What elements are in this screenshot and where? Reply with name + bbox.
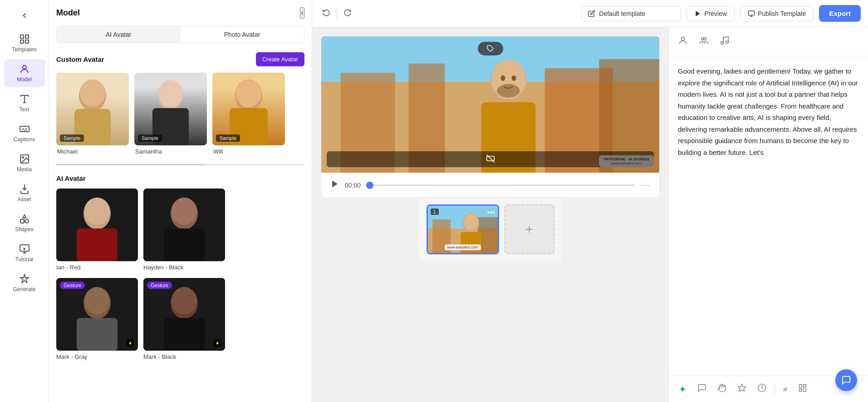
script-content[interactable]: Good evening, ladies and gentlemen! Toda…: [669, 56, 868, 376]
preview-button[interactable]: Preview: [687, 6, 735, 21]
svg-point-62: [701, 38, 704, 40]
redo-button[interactable]: [341, 6, 354, 21]
hand-tool-button[interactable]: [715, 381, 729, 397]
tab-photo-avatar[interactable]: Photo Avatar: [181, 26, 304, 43]
diamond-badge-mark-black: ♦: [213, 339, 221, 347]
create-avatar-button[interactable]: Create Avatar: [256, 52, 304, 66]
sidebar-label-text: Text: [19, 106, 29, 113]
undo-redo-group: [319, 6, 354, 21]
ai-avatar-card-ian-red[interactable]: Ian - Red: [56, 189, 138, 271]
custom-avatar-grid: Sample Michael Sample Samantha: [56, 73, 304, 155]
script-group-icon-btn[interactable]: [697, 34, 711, 50]
script-music-icon-btn[interactable]: [718, 34, 731, 50]
svg-rect-37: [748, 11, 754, 15]
sidebar-label-tutorial: Tutorial: [15, 256, 34, 263]
avatar-card-will[interactable]: Sample Will: [212, 73, 285, 155]
svg-rect-8: [20, 219, 24, 223]
no-caption-button[interactable]: [327, 151, 654, 167]
undo-button[interactable]: [319, 6, 333, 21]
ai-avatar-card-mark-black[interactable]: Gesture ♦ Mark - Black: [143, 278, 225, 360]
panel-close-button[interactable]: ‹: [300, 7, 304, 19]
chat-support-button[interactable]: [835, 369, 857, 391]
text-style-button[interactable]: æ: [780, 383, 790, 396]
ai-avatar-name-ian-red: Ian - Red: [56, 264, 138, 271]
scene-more-button[interactable]: •••: [487, 208, 495, 217]
sidebar-label-captions: Captions: [14, 136, 35, 143]
canvas-tag-button[interactable]: [478, 42, 503, 55]
scene-number-1: 1: [431, 208, 439, 215]
sidebar-item-text[interactable]: Text: [4, 89, 45, 117]
ai-avatar-section-header: AI Avatar: [56, 174, 304, 182]
publish-template-button[interactable]: Publish Template: [740, 6, 814, 21]
sidebar-item-shapes[interactable]: Shapes: [4, 209, 45, 237]
ai-avatar-card-hayden-black[interactable]: Hayden - Black: [143, 189, 225, 271]
custom-avatar-section-header: Custom Avatar Create Avatar: [56, 52, 304, 66]
divider: [337, 8, 337, 19]
sidebar-label-model: Model: [17, 76, 32, 83]
svg-point-16: [158, 80, 183, 107]
layout-tool-button[interactable]: [795, 381, 810, 397]
svg-marker-66: [738, 384, 746, 392]
timeline-area: 1 ••• www.aistudios.com +: [419, 197, 562, 261]
sidebar-label-media: Media: [17, 166, 32, 173]
script-person-icon-btn[interactable]: [676, 34, 690, 50]
avatar-tab-switcher: AI Avatar Photo Avatar: [56, 26, 304, 43]
ai-avatar-title: AI Avatar: [56, 174, 86, 182]
diamond-badge-mark-gray: ♦: [126, 339, 134, 347]
gesture-badge-mark-gray: Gesture: [60, 282, 85, 289]
publish-label: Publish Template: [758, 10, 806, 17]
svg-rect-69: [804, 385, 806, 387]
left-sidebar: Templates Model Text Captions Media Asse…: [0, 0, 49, 402]
avatar-card-michael[interactable]: Sample Michael: [56, 73, 129, 155]
avatar-scroll-bar: [56, 164, 304, 165]
sidebar-item-media[interactable]: Media: [4, 149, 45, 177]
canvas-wrapper: TRYFORTHE - AI STUDIOS www.aistudios.com: [321, 36, 659, 197]
sidebar-item-captions[interactable]: Captions: [4, 119, 45, 147]
sidebar-item-generate[interactable]: Generate: [4, 269, 45, 297]
ai-avatar-grid: Ian - Red Hayden - Black: [56, 189, 304, 271]
script-text: Good evening, ladies and gentlemen! Toda…: [678, 65, 859, 158]
progress-bar[interactable]: [366, 184, 634, 186]
svg-point-9: [25, 219, 29, 223]
svg-point-61: [681, 37, 684, 40]
bubble-tool-button[interactable]: [695, 381, 709, 397]
svg-rect-70: [804, 388, 806, 392]
svg-rect-2: [20, 40, 24, 43]
sidebar-item-model[interactable]: Model: [4, 59, 45, 87]
svg-point-7: [22, 157, 24, 158]
script-toolbar: [669, 27, 868, 56]
progress-dot: [366, 182, 373, 189]
add-scene-button[interactable]: +: [505, 204, 554, 254]
sidebar-item-asset[interactable]: Asset: [4, 179, 45, 207]
tab-ai-avatar[interactable]: AI Avatar: [57, 26, 181, 43]
svg-point-64: [721, 42, 724, 45]
svg-point-48: [501, 75, 505, 81]
svg-rect-71: [799, 389, 802, 391]
scene-watermark: www.aistudios.com: [444, 244, 481, 250]
ai-tool-button[interactable]: ✦: [676, 381, 689, 397]
scene-thumb-1[interactable]: 1 ••• www.aistudios.com: [427, 204, 499, 254]
svg-point-63: [704, 38, 706, 40]
avatar-card-samantha[interactable]: Sample Samantha: [134, 73, 207, 155]
avatar-name-samantha: Samantha: [134, 148, 207, 155]
ai-avatar-card-mark-gray[interactable]: Gesture ♦ Mark - Gray: [56, 278, 138, 360]
sidebar-label-shapes: Shapes: [15, 226, 34, 233]
sample-badge-will: Sample: [216, 134, 240, 142]
sidebar-item-templates[interactable]: Templates: [4, 29, 45, 57]
top-bar: Default template Preview Publish Templat…: [312, 0, 868, 27]
template-name-input[interactable]: Default template: [581, 6, 681, 21]
end-time: --:--: [640, 182, 650, 189]
back-button[interactable]: [15, 5, 34, 27]
svg-point-50: [497, 84, 520, 98]
svg-rect-1: [25, 35, 29, 38]
clock-tool-button[interactable]: [755, 381, 769, 397]
export-button[interactable]: Export: [819, 5, 861, 22]
svg-marker-53: [332, 181, 338, 188]
template-name-label: Default template: [599, 10, 645, 17]
play-button[interactable]: [330, 179, 339, 191]
sidebar-item-tutorial[interactable]: Tutorial: [4, 239, 45, 267]
star-tool-button[interactable]: [735, 381, 749, 397]
preview-label: Preview: [704, 10, 727, 17]
toolbar-divider: [775, 384, 775, 395]
add-scene-icon: +: [525, 222, 533, 237]
